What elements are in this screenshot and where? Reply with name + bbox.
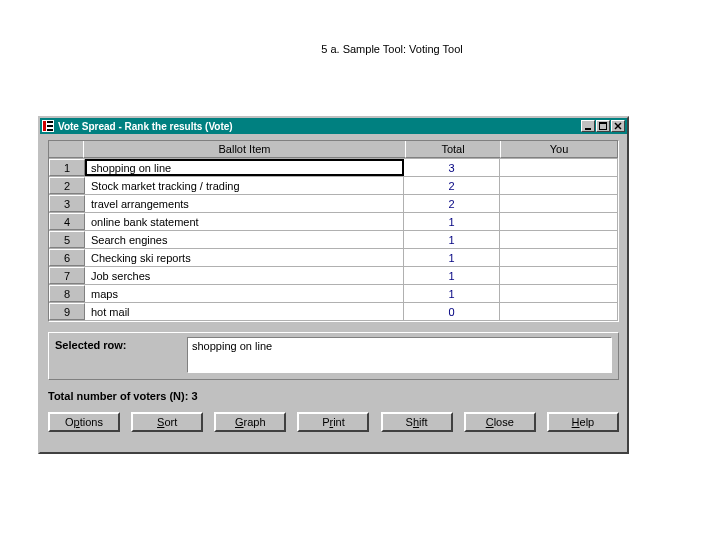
results-grid[interactable]: Ballot Item Total You 1 shopping on line… (48, 140, 619, 322)
maximize-button[interactable] (596, 120, 610, 132)
table-row[interactable]: 5 Search engines 1 (49, 231, 618, 249)
svg-rect-4 (47, 129, 53, 131)
row-number[interactable]: 7 (49, 267, 85, 284)
row-number[interactable]: 4 (49, 213, 85, 230)
row-number[interactable]: 6 (49, 249, 85, 266)
total-cell[interactable]: 1 (404, 249, 500, 266)
ballot-cell[interactable]: Search engines (85, 231, 404, 248)
selected-row-panel: Selected row: shopping on line (48, 332, 619, 380)
total-cell[interactable]: 1 (404, 231, 500, 248)
help-button[interactable]: Help (547, 412, 619, 432)
you-cell[interactable] (500, 249, 618, 266)
total-cell[interactable]: 1 (404, 267, 500, 284)
row-number[interactable]: 9 (49, 303, 85, 320)
total-cell[interactable]: 2 (404, 195, 500, 212)
svg-rect-2 (47, 121, 53, 123)
table-row[interactable]: 7 Job serches 1 (49, 267, 618, 285)
row-number[interactable]: 5 (49, 231, 85, 248)
col-ballot[interactable]: Ballot Item (83, 140, 406, 158)
table-row[interactable]: 6 Checking ski reports 1 (49, 249, 618, 267)
table-row[interactable]: 3 travel arrangements 2 (49, 195, 618, 213)
titlebar[interactable]: Vote Spread - Rank the results (Vote) (40, 118, 627, 134)
you-cell[interactable] (500, 303, 618, 320)
total-voters-line: Total number of voters (N): 3 (48, 390, 619, 402)
app-icon (42, 120, 54, 132)
row-number[interactable]: 2 (49, 177, 85, 194)
print-button[interactable]: Print (297, 412, 369, 432)
you-cell[interactable] (500, 177, 618, 194)
slide-title: 5 a. Sample Tool: Voting Tool (0, 28, 720, 60)
svg-rect-5 (585, 128, 591, 130)
ballot-cell[interactable]: online bank statement (85, 213, 404, 230)
corner-cell (48, 140, 84, 158)
sort-button[interactable]: Sort (131, 412, 203, 432)
application-window: Vote Spread - Rank the results (Vote) Ba… (38, 116, 629, 454)
total-cell[interactable]: 3 (404, 159, 500, 176)
table-row[interactable]: 2 Stock market tracking / trading 2 (49, 177, 618, 195)
col-you[interactable]: You (500, 140, 618, 158)
you-cell[interactable] (500, 267, 618, 284)
ballot-cell[interactable]: maps (85, 285, 404, 302)
you-cell[interactable] (500, 195, 618, 212)
table-row[interactable]: 8 maps 1 (49, 285, 618, 303)
total-cell[interactable]: 0 (404, 303, 500, 320)
close-action-button[interactable]: Close (464, 412, 536, 432)
total-cell[interactable]: 1 (404, 213, 500, 230)
ballot-cell[interactable]: Stock market tracking / trading (85, 177, 404, 194)
table-row[interactable]: 4 online bank statement 1 (49, 213, 618, 231)
row-number[interactable]: 1 (49, 159, 85, 176)
table-row[interactable]: 1 shopping on line 3 (49, 159, 618, 177)
shift-button[interactable]: Shift (381, 412, 453, 432)
you-cell[interactable] (500, 285, 618, 302)
minimize-button[interactable] (581, 120, 595, 132)
graph-button[interactable]: Graph (214, 412, 286, 432)
ballot-cell[interactable]: Checking ski reports (85, 249, 404, 266)
svg-rect-3 (47, 125, 53, 127)
ballot-cell[interactable]: shopping on line (85, 159, 404, 176)
row-number[interactable]: 3 (49, 195, 85, 212)
total-cell[interactable]: 2 (404, 177, 500, 194)
table-row[interactable]: 9 hot mail 0 (49, 303, 618, 321)
ballot-cell[interactable]: Job serches (85, 267, 404, 284)
row-number[interactable]: 8 (49, 285, 85, 302)
you-cell[interactable] (500, 213, 618, 230)
you-cell[interactable] (500, 159, 618, 176)
selected-row-value[interactable]: shopping on line (187, 337, 612, 373)
window-title: Vote Spread - Rank the results (Vote) (58, 121, 580, 132)
close-button[interactable] (611, 120, 625, 132)
ballot-cell[interactable]: travel arrangements (85, 195, 404, 212)
total-cell[interactable]: 1 (404, 285, 500, 302)
svg-rect-1 (43, 121, 46, 131)
selected-row-label: Selected row: (55, 337, 187, 351)
svg-rect-7 (599, 122, 607, 124)
grid-header: Ballot Item Total You (49, 141, 618, 159)
options-button[interactable]: Options (48, 412, 120, 432)
you-cell[interactable] (500, 231, 618, 248)
col-total[interactable]: Total (405, 140, 501, 158)
button-bar: Options Sort Graph Print Shift Close Hel… (48, 412, 619, 432)
ballot-cell[interactable]: hot mail (85, 303, 404, 320)
